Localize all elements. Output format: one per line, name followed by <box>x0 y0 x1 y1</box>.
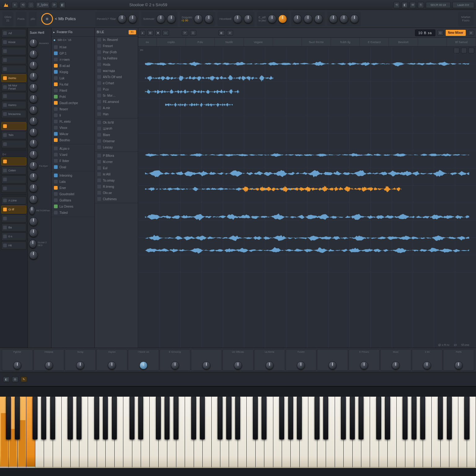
track-header-cell[interactable]: Sьот Ihn:tre <box>302 38 331 46</box>
corner-tool-3[interactable] <box>469 48 474 53</box>
audio-clip[interactable] <box>145 241 469 260</box>
piano-white-key[interactable] <box>361 397 370 468</box>
piano-white-key[interactable] <box>141 397 150 468</box>
browser-item[interactable]: In. Reusrel <box>95 37 138 43</box>
ts4-knob-1[interactable] <box>233 15 242 23</box>
pt-btn-3[interactable]: ■ <box>155 30 161 36</box>
browser-item[interactable]: H.ive <box>51 44 95 50</box>
browser-item[interactable]: Ooal <box>51 164 95 170</box>
channel-knob[interactable] <box>29 173 38 181</box>
browser-item[interactable]: B кd.ad <box>51 63 95 69</box>
browser-item[interactable]: e Crhart <box>95 80 138 86</box>
browser-item[interactable]: мастадa <box>95 68 138 74</box>
titlebar-right-2[interactable]: ◧ <box>402 2 408 8</box>
channel-knob[interactable] <box>29 61 38 70</box>
mixer-knob[interactable] <box>360 361 368 369</box>
piano-white-key[interactable] <box>194 397 203 468</box>
browser-item[interactable]: 5i- Mor… <box>95 92 138 99</box>
rail-item[interactable]: Ad <box>1 29 26 37</box>
rail-item[interactable] <box>1 157 26 165</box>
piano-white-key[interactable] <box>291 397 299 468</box>
browser-item[interactable]: Beothio <box>51 137 95 143</box>
piano-white-key[interactable] <box>88 397 97 468</box>
titlebar-btn-5[interactable]: ⟳ <box>51 2 57 8</box>
mixer-channel[interactable]: Оцтил <box>96 349 127 371</box>
piano-keyboard[interactable] <box>0 397 476 468</box>
ts1-knob-1[interactable] <box>118 15 126 23</box>
mixer-knob[interactable] <box>266 361 274 369</box>
channel-knob[interactable] <box>29 206 35 215</box>
track-header-cell[interactable]: frubh Ilg <box>331 38 360 46</box>
browser-item[interactable]: Eul <box>95 165 138 171</box>
piano-white-key[interactable] <box>185 397 194 468</box>
piano-white-key[interactable] <box>308 397 317 468</box>
browser-item[interactable]: Lata <box>51 178 95 185</box>
browser-item[interactable]: R.trreng <box>95 183 138 190</box>
pt-btn-2[interactable]: ⊞ <box>147 30 153 36</box>
piano-white-key[interactable] <box>441 397 449 468</box>
browser-item[interactable]: Goudnsitel <box>51 191 95 197</box>
ts4-knob-2[interactable] <box>244 15 253 23</box>
pt-btn-8[interactable]: ⊘ <box>227 30 233 36</box>
browser-item[interactable]: Ener <box>51 185 95 191</box>
titlebar-right-1[interactable]: ⟲ <box>394 2 400 8</box>
browser-item[interactable]: La Oreres <box>51 203 95 209</box>
piano-white-key[interactable] <box>423 397 432 468</box>
mixer-channel[interactable]: Mool <box>380 349 411 371</box>
piano-white-key[interactable] <box>159 397 167 468</box>
browser-item[interactable]: Ok ito'til <box>95 119 138 126</box>
titlebar-file[interactable]: F_lydro <box>36 2 49 8</box>
browser-item[interactable]: FE.amanod <box>95 99 138 105</box>
mixer-knob[interactable] <box>13 361 21 369</box>
browser2-head-chip[interactable]: Fr <box>129 30 136 34</box>
browser-item[interactable]: V.iard <box>51 152 95 158</box>
browser-item[interactable]: Prar (Foth <box>95 49 138 55</box>
piano-white-key[interactable] <box>370 397 379 468</box>
browser-item[interactable]: Fiteril <box>51 87 95 94</box>
mixer-knob[interactable] <box>139 361 148 369</box>
mixer-knob[interactable] <box>234 361 242 369</box>
pt-btn-4[interactable]: ▭ <box>162 30 169 36</box>
browser-item[interactable]: ANTo Olf wed <box>95 74 138 80</box>
track-header-cell[interactable]: Bevolort <box>389 38 418 46</box>
browser-item[interactable]: A.mir <box>95 105 138 111</box>
piano-white-key[interactable] <box>0 397 9 468</box>
titlebar-btn-1[interactable]: ≡ <box>12 2 18 8</box>
browser-item[interactable]: การพrn <box>51 56 95 63</box>
mixer-knob[interactable] <box>45 361 53 369</box>
piano-white-key[interactable] <box>26 397 35 468</box>
browser-item[interactable]: はaroh <box>95 126 138 132</box>
browser-item[interactable]: le:Atil <box>95 171 138 177</box>
channel-knob[interactable] <box>29 106 38 114</box>
browser-item[interactable]: FL.eieto <box>51 118 95 125</box>
piano-white-key[interactable] <box>379 397 388 468</box>
rail-item[interactable]: bncaonna <box>1 110 26 118</box>
ts7-knob-1[interactable] <box>329 15 338 23</box>
piano-white-key[interactable] <box>53 397 62 468</box>
ts3-knob-2[interactable] <box>205 15 213 23</box>
render-button[interactable]: New Mixer <box>445 29 466 36</box>
browser-item[interactable]: P.co <box>95 86 138 92</box>
track-header-cell[interactable]: Nunfir <box>215 38 244 46</box>
piano-white-key[interactable] <box>414 397 423 468</box>
audio-clip[interactable] <box>145 146 469 164</box>
browser-item[interactable]: Klopig <box>51 69 95 75</box>
mixer-channel[interactable]: Ilorsy <box>65 349 96 371</box>
audio-clip[interactable] <box>145 208 469 226</box>
audio-clip[interactable] <box>240 180 402 198</box>
browser-item[interactable]: li <box>51 112 95 118</box>
piano-white-key[interactable] <box>326 397 335 468</box>
ts2-knob-2[interactable] <box>167 15 176 23</box>
mixer-knob[interactable] <box>171 361 179 369</box>
browser-item[interactable]: Luk <box>51 75 95 81</box>
track-header-cell[interactable] <box>418 38 447 46</box>
ts6-knob-1[interactable] <box>293 15 302 23</box>
rail-item[interactable] <box>1 47 26 55</box>
piano-white-key[interactable] <box>132 397 141 468</box>
channel-knob[interactable] <box>29 50 38 59</box>
piano-white-key[interactable] <box>353 397 361 468</box>
pt-extra-2[interactable]: ⊘ <box>468 30 474 36</box>
rail-item[interactable] <box>1 175 26 183</box>
channel-knob[interactable] <box>29 139 38 148</box>
rail-item[interactable]: Ba <box>1 223 26 231</box>
